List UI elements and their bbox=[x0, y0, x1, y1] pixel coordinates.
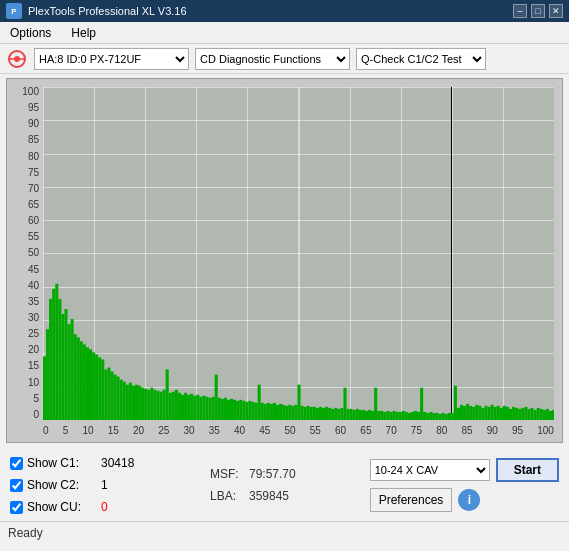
y-label-35: 35 bbox=[28, 297, 39, 307]
test-select[interactable]: Q-Check C1/C2 Test bbox=[356, 48, 486, 70]
svg-rect-71 bbox=[251, 402, 254, 420]
y-label-75: 75 bbox=[28, 168, 39, 178]
svg-rect-62 bbox=[224, 398, 227, 420]
svg-rect-143 bbox=[472, 407, 475, 420]
svg-rect-150 bbox=[494, 407, 497, 420]
y-label-95: 95 bbox=[28, 103, 39, 113]
y-label-70: 70 bbox=[28, 184, 39, 194]
svg-rect-134 bbox=[445, 414, 448, 420]
svg-rect-26 bbox=[114, 375, 117, 420]
svg-rect-103 bbox=[350, 409, 353, 420]
y-label-25: 25 bbox=[28, 329, 39, 339]
svg-rect-66 bbox=[236, 401, 239, 420]
svg-rect-127 bbox=[423, 412, 426, 420]
svg-rect-4 bbox=[46, 329, 49, 420]
lba-label: LBA: bbox=[210, 489, 245, 503]
svg-rect-13 bbox=[74, 334, 77, 420]
svg-rect-93 bbox=[319, 407, 322, 420]
function-select[interactable]: CD Diagnostic Functions bbox=[195, 48, 350, 70]
y-label-30: 30 bbox=[28, 313, 39, 323]
x-label-0: 0 bbox=[43, 425, 49, 436]
svg-rect-39 bbox=[153, 390, 156, 420]
close-button[interactable]: ✕ bbox=[549, 4, 563, 18]
status-bar: Ready bbox=[0, 521, 569, 543]
x-label-75: 75 bbox=[411, 425, 422, 436]
svg-rect-14 bbox=[77, 337, 80, 420]
chart-container: 100 95 90 85 80 75 70 65 60 55 50 45 40 … bbox=[6, 78, 563, 443]
svg-rect-51 bbox=[190, 394, 193, 420]
svg-rect-21 bbox=[98, 357, 101, 420]
svg-rect-65 bbox=[233, 400, 236, 420]
svg-rect-135 bbox=[448, 413, 451, 420]
drive-select[interactable]: HA:8 ID:0 PX-712UF bbox=[34, 48, 189, 70]
bottom-row-main: Show C1: 30418 Show C2: 1 Show CU: 0 MSF… bbox=[10, 453, 559, 517]
x-label-45: 45 bbox=[259, 425, 270, 436]
svg-rect-8 bbox=[58, 299, 61, 420]
svg-rect-74 bbox=[261, 403, 264, 420]
c1-checkbox[interactable] bbox=[10, 457, 23, 470]
y-label-45: 45 bbox=[28, 265, 39, 275]
svg-rect-46 bbox=[175, 390, 178, 420]
menu-options[interactable]: Options bbox=[6, 24, 55, 42]
y-label-5: 5 bbox=[33, 394, 39, 404]
svg-rect-149 bbox=[491, 405, 494, 420]
svg-rect-23 bbox=[104, 370, 107, 420]
svg-rect-11 bbox=[68, 324, 71, 420]
svg-rect-54 bbox=[199, 397, 202, 420]
svg-rect-158 bbox=[518, 409, 521, 420]
title-bar-left: P PlexTools Professional XL V3.16 bbox=[6, 3, 187, 19]
svg-rect-70 bbox=[248, 401, 251, 420]
svg-rect-64 bbox=[230, 399, 233, 420]
svg-rect-19 bbox=[92, 352, 95, 420]
menu-help[interactable]: Help bbox=[67, 24, 100, 42]
svg-rect-60 bbox=[218, 398, 221, 420]
svg-rect-162 bbox=[530, 408, 533, 420]
title-bar-text: PlexTools Professional XL V3.16 bbox=[28, 5, 187, 17]
cu-value: 0 bbox=[101, 500, 108, 514]
svg-rect-55 bbox=[202, 396, 205, 420]
svg-rect-102 bbox=[347, 409, 350, 420]
maximize-button[interactable]: □ bbox=[531, 4, 545, 18]
svg-rect-113 bbox=[380, 411, 383, 420]
svg-rect-76 bbox=[267, 403, 270, 420]
x-label-25: 25 bbox=[158, 425, 169, 436]
cu-checkbox[interactable] bbox=[10, 501, 23, 514]
y-label-15: 15 bbox=[28, 361, 39, 371]
svg-rect-136 bbox=[451, 413, 454, 420]
svg-rect-123 bbox=[411, 412, 414, 420]
svg-rect-106 bbox=[359, 410, 362, 420]
info-button[interactable]: i bbox=[458, 489, 480, 511]
svg-rect-104 bbox=[353, 410, 356, 420]
device-icon bbox=[6, 48, 28, 70]
svg-rect-53 bbox=[196, 395, 199, 420]
svg-rect-96 bbox=[328, 408, 331, 420]
svg-rect-169 bbox=[552, 410, 554, 420]
svg-rect-115 bbox=[386, 411, 389, 420]
svg-rect-25 bbox=[110, 372, 113, 420]
svg-rect-166 bbox=[543, 410, 546, 420]
speed-select[interactable]: 10-24 X CAV bbox=[370, 459, 490, 481]
svg-rect-17 bbox=[86, 347, 89, 420]
svg-rect-84 bbox=[291, 406, 294, 420]
preferences-button[interactable]: Preferences bbox=[370, 488, 453, 512]
svg-rect-12 bbox=[71, 319, 74, 420]
title-bar-controls[interactable]: – □ ✕ bbox=[513, 4, 563, 18]
svg-rect-34 bbox=[138, 386, 141, 420]
c2-checkbox[interactable] bbox=[10, 479, 23, 492]
svg-rect-147 bbox=[485, 406, 488, 420]
y-axis: 100 95 90 85 80 75 70 65 60 55 50 45 40 … bbox=[7, 87, 43, 420]
svg-rect-72 bbox=[255, 403, 258, 420]
right-controls-column: 10-24 X CAV Start Preferences i bbox=[370, 458, 559, 512]
y-label-90: 90 bbox=[28, 119, 39, 129]
svg-rect-101 bbox=[343, 388, 346, 420]
minimize-button[interactable]: – bbox=[513, 4, 527, 18]
svg-rect-146 bbox=[481, 408, 484, 420]
svg-rect-67 bbox=[239, 400, 242, 420]
y-label-10: 10 bbox=[28, 378, 39, 388]
svg-rect-167 bbox=[546, 409, 549, 420]
svg-rect-155 bbox=[509, 409, 512, 420]
start-button[interactable]: Start bbox=[496, 458, 559, 482]
svg-rect-140 bbox=[463, 406, 466, 420]
svg-rect-137 bbox=[454, 386, 457, 420]
svg-rect-40 bbox=[156, 391, 159, 420]
